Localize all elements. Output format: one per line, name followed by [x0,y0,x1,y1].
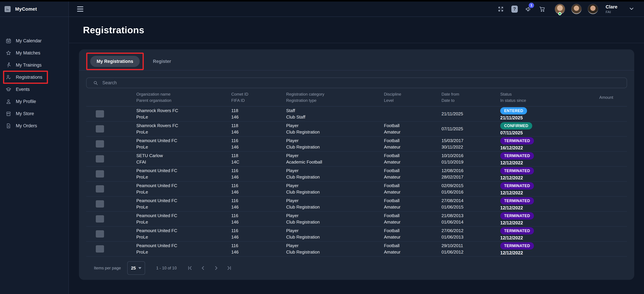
column-logo [86,92,136,103]
org-logo-cell [86,245,136,252]
table-row[interactable]: SETU CarlowCFAI 11814C PlayerAcademic Fo… [86,152,627,167]
avatar[interactable] [571,4,582,14]
comet-id-cell: 116146 [231,138,286,149]
announcements-icon[interactable]: 1 [525,6,532,13]
table-row[interactable]: Peamount United FCProLe 116146 PlayerClu… [86,197,627,212]
image-placeholder-icon [96,230,104,237]
status-badge: TERMINATED [500,227,534,234]
sidebar-item-my-matches[interactable]: My Matches [0,47,68,59]
status-since-date: 12/12/2022 [500,250,582,256]
org-logo-cell [86,140,136,148]
status-cell: CONFIRMED 07/11/2025 [500,122,582,135]
sidebar-item-registrations[interactable]: Registrations [3,71,48,84]
dates-cell: 27/08/201401/06/2015 [442,198,500,209]
sidebar-item-events[interactable]: Events [0,83,68,95]
dates-cell: 15/03/201730/11/2022 [442,138,500,149]
status-cell: TERMINATED 12/12/2022 [500,197,582,211]
dates-cell: 10/10/201601/10/2019 [442,153,500,164]
status-cell: TERMINATED 12/12/2022 [500,167,582,181]
column-dates: Date fromDate to [442,92,500,103]
online-status-dot [558,12,562,15]
page-title: Registrations [83,25,144,35]
cart-icon[interactable] [538,6,546,13]
org-logo-cell [86,215,136,223]
sidebar-item-my-profile[interactable]: My Profile [0,95,68,107]
org-logo-cell [86,125,136,132]
dates-cell: 21/08/201301/06/2014 [442,213,500,224]
previous-page-button[interactable] [200,265,206,271]
sidebar-item-my-store[interactable]: My Store [0,107,68,120]
status-since-date: 12/12/2022 [500,191,582,196]
avatar[interactable] [554,4,565,14]
items-per-page-select[interactable]: 25 [127,261,145,275]
table-row[interactable]: Peamount United FCProLe 116146 PlayerClu… [86,136,627,152]
table-row[interactable]: Shamrock Rovers FCProLe 118146 PlayerClu… [86,121,627,136]
org-logo-cell [86,230,136,237]
table-row[interactable]: Peamount United FCProLe 116146 PlayerClu… [86,227,627,242]
comet-id-cell: 116146 [231,213,286,224]
comet-id-cell: 116146 [231,243,286,254]
hamburger-menu-icon[interactable] [77,7,83,12]
table-row[interactable]: Peamount United FCProLe 116146 PlayerClu… [86,242,627,257]
image-placeholder-icon [96,125,104,132]
image-placeholder-icon [96,245,104,252]
registration-category-cell: PlayerClub Registration [286,243,384,254]
pagination: Items per page 25 1 - 10 of 10 [86,261,627,275]
chevron-down-icon[interactable] [628,6,634,13]
sidebar-item-my-orders[interactable]: $ My Orders [0,120,68,132]
search-bar [86,78,627,88]
sidebar-item-my-trainings[interactable]: My Trainings [0,59,68,71]
sidebar-item-label: My Matches [16,50,40,56]
table-body: Shamrock Rovers FCProLe 118146 StaffClub… [86,106,627,257]
store-icon [6,111,12,117]
fullscreen-icon[interactable] [497,6,504,13]
profile-icon [6,99,12,104]
events-icon [6,86,12,92]
table-header: Organization nameParent organisation Com… [86,88,627,106]
search-icon [93,80,98,86]
tab-my-registrations[interactable]: My Registrations [90,56,140,67]
dates-cell: 07/11/2025 [442,126,500,131]
help-icon[interactable]: ? [511,6,518,13]
caret-down-icon [138,267,142,269]
status-badge: TERMINATED [500,197,534,205]
organization-cell: SETU CarlowCFAI [136,153,231,164]
organization-cell: Peamount United FCProLe [136,243,231,254]
discipline-cell: FootballAmateur [384,153,442,164]
table-row[interactable]: Peamount United FCProLe 116146 PlayerClu… [86,167,627,182]
divider [79,70,634,70]
status-since-date: 12/12/2022 [500,235,582,241]
organization-cell: Shamrock Rovers FCProLe [136,108,231,119]
last-page-button[interactable] [226,265,232,271]
registration-category-cell: PlayerClub Registration [286,123,384,134]
user-info[interactable]: Clare FAI [606,4,618,14]
status-badge: TERMINATED [500,167,534,175]
next-page-button[interactable] [213,265,219,271]
table-row[interactable]: Peamount United FCProLe 116146 PlayerClu… [86,212,627,227]
app-logo-image-icon [4,6,10,12]
items-per-page-label: Items per page [94,266,121,270]
status-cell: TERMINATED 12/12/2022 [500,227,582,241]
first-page-button[interactable] [187,265,193,271]
tab-bar: My Registrations Register [86,53,627,70]
status-cell: TERMINATED 12/12/2022 [500,152,582,166]
tab-register[interactable]: Register [152,59,172,64]
avatar[interactable] [588,4,598,14]
registration-category-cell: PlayerClub Registration [286,213,384,224]
status-since-date: 07/11/2025 [500,130,582,135]
sidebar-item-my-calendar[interactable]: My Calendar [0,35,68,47]
dates-cell: 27/06/201201/06/2013 [442,228,500,239]
svg-text:$: $ [8,125,9,127]
sidebar-item-label: Events [16,87,30,92]
table-row[interactable]: Shamrock Rovers FCProLe 118146 StaffClub… [86,106,627,121]
search-input[interactable] [102,80,622,86]
table-row[interactable]: Peamount United FCProLe 116146 PlayerClu… [86,182,627,197]
organization-cell: Peamount United FCProLe [136,168,231,179]
registration-category-cell: PlayerClub Registration [286,183,384,194]
status-badge: TERMINATED [500,212,534,219]
user-name: Clare [606,4,618,10]
column-discipline: DisciplineLevel [384,92,442,103]
column-amount: Amount [582,92,627,103]
question-mark: ? [511,6,518,13]
organization-cell: Peamount United FCProLe [136,138,231,149]
